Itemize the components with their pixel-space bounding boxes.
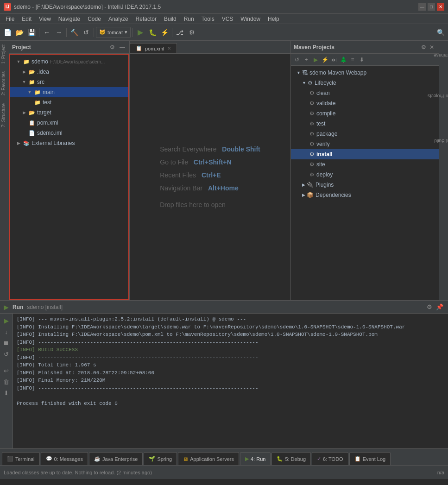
maven-phase-btn[interactable]: ⚡ <box>321 56 329 64</box>
search-everywhere-text: Search Everywhere <box>160 145 216 153</box>
tab-messages[interactable]: 💬 0: Messages <box>41 452 88 465</box>
menu-run[interactable]: Run <box>180 15 198 23</box>
maximize-button[interactable]: □ <box>428 3 435 11</box>
toolbar-settings-btn[interactable]: ⚙ <box>186 27 197 38</box>
run-scroll-btn[interactable]: ⬇ <box>1 388 12 398</box>
menu-build[interactable]: Build <box>160 15 180 23</box>
menu-window[interactable]: Window <box>237 15 264 23</box>
maven-skip-btn[interactable]: ⏭ <box>330 56 338 64</box>
maven-tree-btn[interactable]: 🌲 <box>339 56 347 64</box>
run-clear-btn[interactable]: 🗑 <box>1 377 12 387</box>
run-step-btn[interactable]: ↓ <box>1 327 12 337</box>
sidebar-tab-project[interactable]: 1: Project <box>0 41 9 68</box>
maven-deploy[interactable]: ⚙ deploy <box>291 170 439 180</box>
menu-view[interactable]: View <box>35 15 55 23</box>
maven-close-btn[interactable]: ✕ <box>428 43 436 51</box>
tree-item-ext-lib[interactable]: ▶ 📚 External Libraries <box>10 138 128 148</box>
tab-spring[interactable]: 🌱 Spring <box>144 452 177 465</box>
bottom-panel: ▶ Run sdemo [install] ⚙ 📌 ▶ ↓ ⏹ ↺ ↩ 🗑 ⬇ … <box>0 300 448 448</box>
toolbar-build-btn[interactable]: 🔨 <box>69 27 80 38</box>
run-restart-btn[interactable]: ↺ <box>1 349 12 359</box>
tab-run[interactable]: ▶ 4: Run <box>240 452 271 465</box>
maven-plugins-group[interactable]: ▶ 🔌 Plugins <box>291 180 439 190</box>
menu-file[interactable]: File <box>2 15 18 23</box>
tree-item-sdemo[interactable]: ▼ 📁 sdemo F:\IDEAworkspace\sdem... <box>10 57 128 67</box>
tree-item-pomxml[interactable]: 📋 pom.xml <box>10 118 128 128</box>
maven-dependencies-group[interactable]: ▶ 📦 Dependencies <box>291 190 439 200</box>
toolbar-back-btn[interactable]: ← <box>41 27 52 38</box>
debug-btn[interactable]: 🐛 <box>147 27 158 38</box>
menu-navigate[interactable]: Navigate <box>55 15 84 23</box>
maven-verify[interactable]: ⚙ verify <box>291 139 439 149</box>
maven-run-btn[interactable]: ▶ <box>311 56 320 64</box>
maven-lifecycle-group[interactable]: ▼ ⚙ Lifecycle <box>291 78 439 88</box>
tree-item-src[interactable]: ▼ 📁 src <box>10 77 128 87</box>
tab-app-servers[interactable]: 🖥 Application Servers <box>178 452 239 465</box>
run-settings-btn[interactable]: ⚙ <box>425 302 434 312</box>
menu-help[interactable]: Help <box>264 15 283 23</box>
sidebar-tab-favorites[interactable]: 2: Favorites <box>0 68 9 99</box>
menu-edit[interactable]: Edit <box>18 15 35 23</box>
maven-compile[interactable]: ⚙ compile <box>291 108 439 119</box>
right-tab-maven[interactable]: Maven Projects <box>425 93 448 100</box>
maven-collapse-btn[interactable]: ≡ <box>348 56 357 64</box>
toolbar-search-btn[interactable]: 🔍 <box>435 27 446 38</box>
pomxml-tab-close[interactable]: ✕ <box>167 46 171 51</box>
close-button[interactable]: ✕ <box>437 3 444 11</box>
toolbar-forward-btn[interactable]: → <box>53 27 64 38</box>
tab-todo[interactable]: ✓ 6: TODO <box>312 452 348 465</box>
window-controls[interactable]: — □ ✕ <box>418 3 444 11</box>
project-panel: Project ⚙ — ▼ 📁 sdemo F:\IDEAworkspace\s… <box>9 41 130 300</box>
tree-item-main[interactable]: ▼ 📁 main <box>10 87 128 97</box>
editor-tab-pomxml[interactable]: 📋 pom.xml ✕ <box>130 43 177 53</box>
maven-install[interactable]: ⚙ install <box>291 149 439 159</box>
right-tab-database[interactable]: Database <box>431 52 448 59</box>
toolbar-git-btn[interactable]: ⎇ <box>174 27 185 38</box>
run-pin-btn[interactable]: 📌 <box>435 302 444 312</box>
maven-add-btn[interactable]: + <box>302 56 310 64</box>
maven-package[interactable]: ⚙ package <box>291 129 439 139</box>
tree-item-target[interactable]: ▶ 📂 target <box>10 107 128 118</box>
tab-terminal[interactable]: ⬛ Terminal <box>2 452 40 465</box>
sidebar-tab-structure[interactable]: 7: Structure <box>0 100 9 131</box>
tab-event-log[interactable]: 📋 Event Log <box>349 452 391 465</box>
run-wrap-btn[interactable]: ↩ <box>1 365 12 376</box>
tab-debug[interactable]: 🐛 5: Debug <box>271 452 311 465</box>
project-settings-btn[interactable]: ⚙ <box>108 43 116 51</box>
menu-analyze[interactable]: Analyze <box>105 15 132 23</box>
tab-java-enterprise[interactable]: ☕ Java Enterprise <box>89 452 143 465</box>
maven-refresh-btn[interactable]: ↺ <box>293 56 301 64</box>
run-play-btn[interactable]: ▶ <box>1 315 12 326</box>
right-tab-ant[interactable]: Ant Build <box>431 137 448 144</box>
run-stop-btn[interactable]: ⏹ <box>1 338 12 348</box>
tree-item-test[interactable]: 📁 test <box>10 97 128 107</box>
maven-download-btn[interactable]: ⬇ <box>358 56 366 64</box>
minimize-button[interactable]: — <box>418 3 426 11</box>
tree-item-idea[interactable]: ▶ 📂 .idea <box>10 67 128 77</box>
maven-validate[interactable]: ⚙ validate <box>291 98 439 108</box>
tree-arrow-idea: ▶ <box>21 69 27 75</box>
maven-settings-btn[interactable]: ⚙ <box>419 43 428 51</box>
maven-test-label: test <box>316 120 325 127</box>
menu-vcs[interactable]: VCS <box>218 15 237 23</box>
maven-root[interactable]: ▼ 🏗 sdemo Maven Webapp <box>291 68 439 78</box>
run-btn[interactable]: ▶ <box>135 27 146 38</box>
maven-test[interactable]: ⚙ test <box>291 119 439 129</box>
toolbar-sync-btn[interactable]: ↺ <box>81 27 92 38</box>
menu-tools[interactable]: Tools <box>198 15 218 23</box>
maven-deploy-label: deploy <box>316 171 333 178</box>
toolbar-new-btn[interactable]: 📄 <box>2 27 13 38</box>
tree-label-test: test <box>43 99 51 106</box>
toolbar-save-btn[interactable]: 💾 <box>26 27 37 38</box>
coverage-btn[interactable]: ⚡ <box>159 27 170 38</box>
console-line-7: [INFO] Total time: 1.967 s <box>17 361 444 369</box>
project-collapse-btn[interactable]: — <box>118 43 126 51</box>
tree-item-sdemoipl[interactable]: 📄 sdemo.iml <box>10 128 128 138</box>
maven-site-icon: ⚙ <box>309 161 315 168</box>
maven-clean[interactable]: ⚙ clean <box>291 88 439 98</box>
menu-refactor[interactable]: Refactor <box>132 15 160 23</box>
menu-code[interactable]: Code <box>84 15 105 23</box>
tomcat-config-btn[interactable]: 🐱 tomcat ▾ <box>96 27 131 38</box>
toolbar-open-btn[interactable]: 📂 <box>14 27 25 38</box>
maven-site[interactable]: ⚙ site <box>291 159 439 170</box>
